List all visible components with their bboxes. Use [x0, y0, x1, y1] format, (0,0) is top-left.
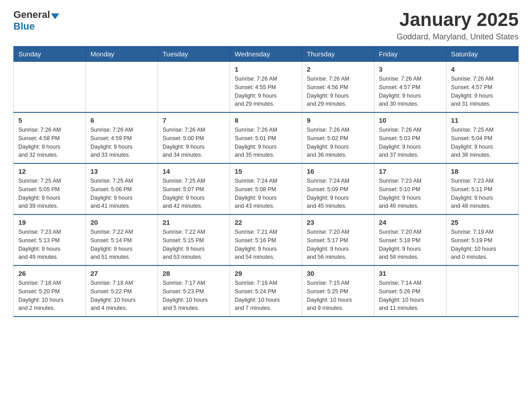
calendar-cell [158, 62, 230, 113]
day-number: 8 [235, 116, 297, 124]
day-number: 4 [451, 65, 514, 73]
calendar-cell: 10Sunrise: 7:26 AMSunset: 5:03 PMDayligh… [374, 112, 446, 163]
day-info: Sunrise: 7:16 AMSunset: 5:24 PMDaylight:… [235, 279, 297, 313]
calendar-cell: 14Sunrise: 7:25 AMSunset: 5:07 PMDayligh… [158, 163, 230, 214]
day-number: 24 [379, 218, 442, 226]
day-info: Sunrise: 7:20 AMSunset: 5:18 PMDaylight:… [379, 228, 442, 261]
week-row-3: 12Sunrise: 7:25 AMSunset: 5:05 PMDayligh… [14, 163, 519, 214]
day-info: Sunrise: 7:26 AMSunset: 4:55 PMDaylight:… [235, 75, 297, 108]
logo-triangle-icon [51, 13, 59, 19]
calendar-cell: 27Sunrise: 7:18 AMSunset: 5:22 PMDayligh… [86, 265, 158, 317]
day-info: Sunrise: 7:24 AMSunset: 5:08 PMDaylight:… [235, 177, 297, 210]
day-number: 31 [379, 270, 442, 277]
calendar-cell: 31Sunrise: 7:14 AMSunset: 5:26 PMDayligh… [374, 265, 446, 317]
calendar-cell: 7Sunrise: 7:26 AMSunset: 5:00 PMDaylight… [158, 112, 230, 163]
day-info: Sunrise: 7:14 AMSunset: 5:26 PMDaylight:… [379, 279, 442, 313]
calendar-cell [86, 62, 158, 113]
day-info: Sunrise: 7:23 AMSunset: 5:13 PMDaylight:… [18, 228, 81, 261]
day-number: 1 [235, 65, 297, 73]
day-info: Sunrise: 7:25 AMSunset: 5:05 PMDaylight:… [18, 177, 81, 210]
title-area: January 2025 Goddard, Maryland, United S… [397, 9, 519, 42]
weekday-header-row: SundayMondayTuesdayWednesdayThursdayFrid… [14, 47, 519, 62]
calendar-cell: 2Sunrise: 7:26 AMSunset: 4:56 PMDaylight… [302, 62, 374, 113]
day-info: Sunrise: 7:25 AMSunset: 5:04 PMDaylight:… [451, 126, 514, 159]
weekday-header-tuesday: Tuesday [158, 47, 230, 62]
calendar-cell: 22Sunrise: 7:21 AMSunset: 5:16 PMDayligh… [230, 214, 302, 265]
day-number: 13 [90, 167, 153, 175]
day-number: 20 [90, 218, 153, 226]
day-number: 6 [90, 116, 153, 124]
calendar-cell: 11Sunrise: 7:25 AMSunset: 5:04 PMDayligh… [446, 112, 519, 163]
calendar-cell: 19Sunrise: 7:23 AMSunset: 5:13 PMDayligh… [14, 214, 86, 265]
calendar-cell [14, 62, 86, 113]
day-number: 29 [235, 270, 297, 277]
day-info: Sunrise: 7:23 AMSunset: 5:11 PMDaylight:… [451, 177, 514, 210]
calendar-cell: 17Sunrise: 7:23 AMSunset: 5:10 PMDayligh… [374, 163, 446, 214]
day-number: 15 [235, 167, 297, 175]
week-row-4: 19Sunrise: 7:23 AMSunset: 5:13 PMDayligh… [14, 214, 519, 265]
week-row-1: 1Sunrise: 7:26 AMSunset: 4:55 PMDaylight… [14, 62, 519, 113]
calendar-header: SundayMondayTuesdayWednesdayThursdayFrid… [14, 47, 519, 62]
calendar-cell: 6Sunrise: 7:26 AMSunset: 4:59 PMDaylight… [86, 112, 158, 163]
weekday-header-monday: Monday [86, 47, 158, 62]
calendar-cell: 12Sunrise: 7:25 AMSunset: 5:05 PMDayligh… [14, 163, 86, 214]
day-number: 21 [163, 218, 225, 226]
day-number: 2 [307, 65, 369, 73]
day-number: 25 [451, 218, 514, 226]
day-info: Sunrise: 7:22 AMSunset: 5:15 PMDaylight:… [163, 228, 225, 261]
calendar-cell: 28Sunrise: 7:17 AMSunset: 5:23 PMDayligh… [158, 265, 230, 317]
day-info: Sunrise: 7:26 AMSunset: 5:03 PMDaylight:… [379, 126, 442, 159]
day-number: 23 [307, 218, 369, 226]
day-number: 27 [90, 270, 153, 277]
calendar-cell: 26Sunrise: 7:18 AMSunset: 5:20 PMDayligh… [14, 265, 86, 317]
calendar-cell: 16Sunrise: 7:24 AMSunset: 5:09 PMDayligh… [302, 163, 374, 214]
day-info: Sunrise: 7:26 AMSunset: 4:57 PMDaylight:… [451, 75, 514, 108]
logo-blue-text: Blue [13, 21, 35, 32]
calendar-cell: 29Sunrise: 7:16 AMSunset: 5:24 PMDayligh… [230, 265, 302, 317]
day-number: 16 [307, 167, 369, 175]
calendar-cell: 30Sunrise: 7:15 AMSunset: 5:25 PMDayligh… [302, 265, 374, 317]
calendar-cell: 20Sunrise: 7:22 AMSunset: 5:14 PMDayligh… [86, 214, 158, 265]
day-number: 18 [451, 167, 514, 175]
day-info: Sunrise: 7:26 AMSunset: 5:02 PMDaylight:… [307, 126, 369, 159]
calendar-table: SundayMondayTuesdayWednesdayThursdayFrid… [13, 46, 519, 317]
day-number: 30 [307, 270, 369, 277]
weekday-header-saturday: Saturday [446, 47, 519, 62]
day-number: 10 [379, 116, 442, 124]
day-info: Sunrise: 7:26 AMSunset: 4:56 PMDaylight:… [307, 75, 369, 108]
week-row-2: 5Sunrise: 7:26 AMSunset: 4:58 PMDaylight… [14, 112, 519, 163]
calendar-cell: 3Sunrise: 7:26 AMSunset: 4:57 PMDaylight… [374, 62, 446, 113]
day-info: Sunrise: 7:19 AMSunset: 5:19 PMDaylight:… [451, 228, 514, 261]
day-info: Sunrise: 7:23 AMSunset: 5:10 PMDaylight:… [379, 177, 442, 210]
calendar-cell: 24Sunrise: 7:20 AMSunset: 5:18 PMDayligh… [374, 214, 446, 265]
location-title: Goddard, Maryland, United States [397, 32, 519, 42]
day-number: 17 [379, 167, 442, 175]
calendar-cell: 8Sunrise: 7:26 AMSunset: 5:01 PMDaylight… [230, 112, 302, 163]
calendar-body: 1Sunrise: 7:26 AMSunset: 4:55 PMDaylight… [14, 62, 519, 317]
month-title: January 2025 [397, 9, 519, 30]
header: General Blue January 2025 Goddard, Maryl… [13, 9, 519, 42]
day-info: Sunrise: 7:25 AMSunset: 5:07 PMDaylight:… [163, 177, 225, 210]
day-info: Sunrise: 7:26 AMSunset: 5:01 PMDaylight:… [235, 126, 297, 159]
day-info: Sunrise: 7:17 AMSunset: 5:23 PMDaylight:… [163, 279, 225, 313]
day-number: 28 [163, 270, 225, 277]
weekday-header-wednesday: Wednesday [230, 47, 302, 62]
day-info: Sunrise: 7:26 AMSunset: 4:57 PMDaylight:… [379, 75, 442, 108]
weekday-header-thursday: Thursday [302, 47, 374, 62]
day-info: Sunrise: 7:26 AMSunset: 4:59 PMDaylight:… [90, 126, 153, 159]
day-info: Sunrise: 7:24 AMSunset: 5:09 PMDaylight:… [307, 177, 369, 210]
day-info: Sunrise: 7:18 AMSunset: 5:20 PMDaylight:… [18, 279, 81, 313]
calendar-cell: 21Sunrise: 7:22 AMSunset: 5:15 PMDayligh… [158, 214, 230, 265]
day-info: Sunrise: 7:15 AMSunset: 5:25 PMDaylight:… [307, 279, 369, 313]
day-info: Sunrise: 7:20 AMSunset: 5:17 PMDaylight:… [307, 228, 369, 261]
calendar-cell: 13Sunrise: 7:25 AMSunset: 5:06 PMDayligh… [86, 163, 158, 214]
day-number: 19 [18, 218, 81, 226]
calendar-cell: 15Sunrise: 7:24 AMSunset: 5:08 PMDayligh… [230, 163, 302, 214]
calendar-cell: 18Sunrise: 7:23 AMSunset: 5:11 PMDayligh… [446, 163, 519, 214]
day-number: 9 [307, 116, 369, 124]
day-info: Sunrise: 7:18 AMSunset: 5:22 PMDaylight:… [90, 279, 153, 313]
day-info: Sunrise: 7:25 AMSunset: 5:06 PMDaylight:… [90, 177, 153, 210]
calendar-cell: 1Sunrise: 7:26 AMSunset: 4:55 PMDaylight… [230, 62, 302, 113]
calendar-cell: 25Sunrise: 7:19 AMSunset: 5:19 PMDayligh… [446, 214, 519, 265]
day-number: 12 [18, 167, 81, 175]
